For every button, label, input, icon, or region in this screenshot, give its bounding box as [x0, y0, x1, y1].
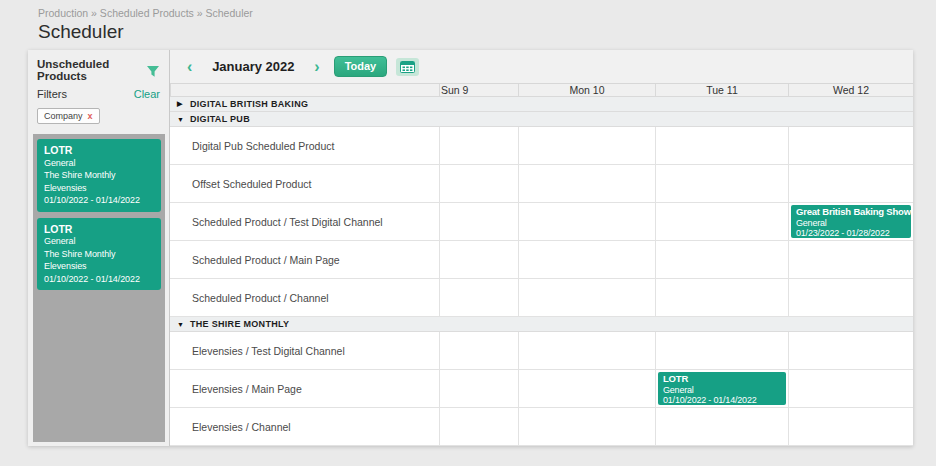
day-cell[interactable]	[655, 408, 788, 445]
collapse-expand-icon: ▶	[177, 100, 190, 108]
card-line: Elevensies	[44, 260, 154, 273]
day-cell[interactable]	[788, 408, 913, 445]
row-label: Offset Scheduled Product	[170, 165, 439, 202]
row-label: Elevensies / Channel	[170, 408, 439, 445]
card-title: LOTR	[44, 223, 154, 236]
event-card-great-british-baking-show[interactable]: Great British Baking Show General 01/23/…	[791, 205, 911, 238]
day-cell[interactable]: Great British Baking Show General 01/23/…	[788, 203, 913, 240]
day-cell[interactable]	[439, 408, 518, 445]
schedule-row: Scheduled Product / Channel	[170, 279, 913, 317]
card-line: The Shire Monthly	[44, 169, 154, 182]
today-button[interactable]: Today	[334, 56, 388, 77]
day-header: Tue 11	[655, 84, 788, 96]
previous-month-button[interactable]: ‹	[183, 59, 196, 75]
schedule-row: Scheduled Product / Test Digital Channel…	[170, 203, 913, 241]
breadcrumb[interactable]: Production » Scheduled Products » Schedu…	[38, 7, 253, 19]
event-dates: 01/10/2022 - 01/14/2022	[663, 395, 781, 405]
event-title: Great British Baking Show	[796, 207, 906, 218]
day-cell[interactable]	[518, 332, 655, 369]
calendar-area: ‹ January 2022 › Today Sun 9 Mon	[170, 50, 913, 446]
day-cell[interactable]	[655, 203, 788, 240]
next-month-button[interactable]: ›	[310, 59, 323, 75]
card-line: The Shire Monthly	[44, 248, 154, 261]
unscheduled-product-card[interactable]: LOTR General The Shire Monthly Elevensie…	[37, 218, 161, 291]
page-title: Scheduler	[38, 21, 124, 43]
group-row-digital-pub[interactable]: ▼ DIGITAL PUB	[170, 112, 913, 127]
day-cell[interactable]	[439, 370, 518, 407]
group-label: THE SHIRE MONTHLY	[190, 319, 289, 329]
day-cell[interactable]	[788, 370, 913, 407]
day-header: Sun 9	[439, 84, 518, 96]
day-cell[interactable]	[655, 279, 788, 316]
row-label: Scheduled Product / Channel	[170, 279, 439, 316]
event-card-lotr[interactable]: LOTR General 01/10/2022 - 01/14/2022	[658, 372, 786, 405]
event-subtitle: General	[663, 385, 781, 396]
day-cell[interactable]	[518, 279, 655, 316]
card-line: General	[44, 235, 154, 248]
company-filter-chip[interactable]: Company x	[37, 108, 100, 124]
day-cell[interactable]	[788, 165, 913, 202]
collapse-expand-icon: ▼	[177, 321, 190, 328]
day-cell[interactable]	[518, 165, 655, 202]
filter-funnel-icon[interactable]	[146, 64, 160, 77]
day-cell[interactable]	[518, 241, 655, 278]
day-cell[interactable]	[439, 203, 518, 240]
day-cell[interactable]	[518, 408, 655, 445]
sidebar-header: Unscheduled Products	[28, 50, 169, 85]
day-cell[interactable]	[439, 165, 518, 202]
chip-label: Company	[44, 111, 83, 121]
day-cell[interactable]	[788, 332, 913, 369]
day-cell[interactable]	[788, 127, 913, 164]
card-dates: 01/10/2022 - 01/14/2022	[44, 194, 154, 207]
unscheduled-product-card[interactable]: LOTR General The Shire Monthly Elevensie…	[37, 139, 161, 212]
group-label: DIGITAL PUB	[190, 114, 250, 124]
schedule-row: Elevensies / Main Page LOTR General 01/1…	[170, 370, 913, 408]
card-line: Elevensies	[44, 182, 154, 195]
day-cell[interactable]	[788, 241, 913, 278]
card-title: LOTR	[44, 144, 154, 157]
day-cell[interactable]	[655, 332, 788, 369]
row-label: Digital Pub Scheduled Product	[170, 127, 439, 164]
clear-filters-link[interactable]: Clear	[134, 88, 160, 100]
day-cell[interactable]	[518, 127, 655, 164]
schedule-row: Digital Pub Scheduled Product	[170, 127, 913, 165]
day-cell[interactable]	[518, 370, 655, 407]
day-header-row: Sun 9 Mon 10 Tue 11 Wed 12	[170, 84, 913, 97]
filter-chips: Company x	[28, 102, 169, 130]
month-label: January 2022	[210, 59, 296, 74]
event-dates: 01/23/2022 - 01/28/2022	[796, 228, 906, 238]
group-label: DIGITAL BRITISH BAKING	[190, 99, 308, 109]
unscheduled-products-list: LOTR General The Shire Monthly Elevensie…	[33, 134, 165, 442]
day-cell[interactable]: LOTR General 01/10/2022 - 01/14/2022	[655, 370, 788, 407]
card-dates: 01/10/2022 - 01/14/2022	[44, 273, 154, 286]
calendar-toolbar: ‹ January 2022 › Today	[170, 50, 913, 84]
day-cell[interactable]	[439, 241, 518, 278]
schedule-row: Elevensies / Test Digital Channel	[170, 332, 913, 370]
group-row-digital-british-baking[interactable]: ▶ DIGITAL BRITISH BAKING	[170, 97, 913, 112]
row-label: Elevensies / Test Digital Channel	[170, 332, 439, 369]
schedule-row: Scheduled Product / Main Page	[170, 241, 913, 279]
day-cell[interactable]	[439, 279, 518, 316]
schedule-row: Offset Scheduled Product	[170, 165, 913, 203]
day-cell[interactable]	[655, 127, 788, 164]
day-cell[interactable]	[518, 203, 655, 240]
day-cell[interactable]	[439, 127, 518, 164]
filters-label: Filters	[37, 88, 67, 100]
day-cell[interactable]	[655, 165, 788, 202]
row-label: Elevensies / Main Page	[170, 370, 439, 407]
card-line: General	[44, 157, 154, 170]
schedule-row: Elevensies / Channel	[170, 408, 913, 446]
day-cell[interactable]	[788, 279, 913, 316]
day-header: Wed 12	[788, 84, 913, 96]
unscheduled-products-sidebar: Unscheduled Products Filters Clear Compa…	[28, 50, 170, 446]
day-cell[interactable]	[655, 241, 788, 278]
scheduler-panel: Unscheduled Products Filters Clear Compa…	[28, 50, 913, 446]
chip-remove-icon[interactable]: x	[88, 111, 93, 121]
event-subtitle: General	[796, 218, 906, 229]
day-cell[interactable]	[439, 332, 518, 369]
day-header: Mon 10	[518, 84, 655, 96]
calendar-picker-icon[interactable]	[396, 58, 419, 76]
sidebar-title: Unscheduled Products	[37, 58, 146, 82]
row-label: Scheduled Product / Main Page	[170, 241, 439, 278]
group-row-the-shire-monthly[interactable]: ▼ THE SHIRE MONTHLY	[170, 317, 913, 332]
